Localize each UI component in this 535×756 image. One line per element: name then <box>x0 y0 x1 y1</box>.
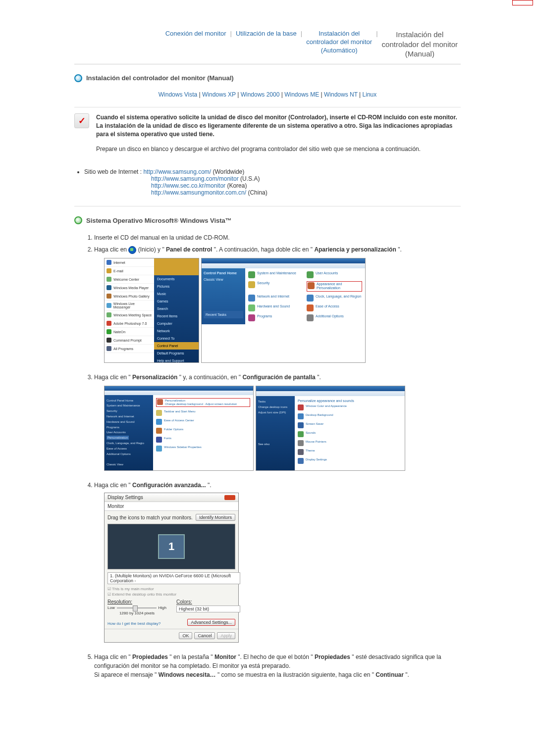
bold-text: Personalización <box>132 374 177 381</box>
screenshot-control-panel: Control Panel Home Classic View Recent T… <box>201 258 366 363</box>
check-extend-desktop[interactable]: ☑ Extend the desktop onto this monitor <box>107 592 235 597</box>
notice-box: ✓ Cuando el sistema operativo solicite l… <box>74 107 461 160</box>
check-main-monitor[interactable]: ☑ This is my main monitor <box>107 586 235 592</box>
section-title-manual: Instalación del controlador del monitor … <box>74 74 461 82</box>
tab-connection[interactable]: Conexión del monitor <box>162 30 229 38</box>
link-sec-korea[interactable]: http://www.sec.co.kr/monitor <box>151 182 225 189</box>
text: ". <box>398 246 402 253</box>
step2-screenshots: Internet E-mail Welcome Center Windows M… <box>104 258 461 363</box>
text: ". A continuación, haga doble clic en " <box>214 246 313 253</box>
screenshot-appearance: Control Panel Home System and Maintenanc… <box>104 386 254 471</box>
link-samsung-china[interactable]: http://www.samsungmonitor.com.cn/ <box>151 189 246 196</box>
steps-list-cont3: Haga clic en " Propiedades " en la pesta… <box>94 653 461 679</box>
resolution-slider[interactable]: Low High <box>107 605 166 610</box>
bold-text: Configuración avanzada... <box>132 482 206 489</box>
advanced-settings-button[interactable]: Advanced Settings... <box>187 619 235 626</box>
text: ". El hecho de que el botón " <box>238 654 313 660</box>
link-xp[interactable]: Windows XP <box>202 91 236 98</box>
slider-low: Low <box>107 605 115 610</box>
site-list: Sitio web de Internet : http://www.samsu… <box>84 168 461 196</box>
step3-screenshots: Control Panel Home System and Maintenanc… <box>104 386 461 471</box>
os-links-row: Windows Vista | Windows XP | Windows 200… <box>74 91 461 98</box>
site-lead: Sitio web de Internet : <box>84 168 142 175</box>
step-1: Inserte el CD del manual en la unidad de… <box>94 233 461 242</box>
site-suffix: (U.S.A) <box>240 175 260 182</box>
bold-text: Windows necesita… <box>159 671 216 678</box>
notice-paragraph: Prepare un disco en blanco y descargue e… <box>96 145 461 153</box>
link-2000[interactable]: Windows 2000 <box>241 91 280 98</box>
dialog-title: Display Settings <box>107 495 143 500</box>
section-title-vista: Sistema Operativo Microsoft® Windows Vis… <box>74 216 461 224</box>
text: ". <box>317 374 321 381</box>
checkmark-glyph: ✓ <box>78 115 86 126</box>
cancel-button[interactable]: Cancel <box>194 632 215 639</box>
link-linux[interactable]: Linux <box>363 91 377 98</box>
text: Haga clic en " <box>94 654 131 660</box>
tab-install-manual: Instalación del controlador del monitor … <box>379 30 461 59</box>
monitor-1-icon[interactable]: 1 <box>158 534 185 559</box>
site-suffix: (Worldwide) <box>213 168 244 175</box>
display-settings-dialog: Display Settings Monitor Drag the icons … <box>104 493 239 643</box>
text: " y, a continuación, en " <box>179 374 241 381</box>
text: Haga clic en " <box>94 482 131 489</box>
text: Haga clic en <box>94 246 128 253</box>
monitor-select[interactable]: 1. (Multiple Monitors) on NVIDIA GeForce… <box>107 572 240 584</box>
steps-list-cont: Haga clic en " Personalización " y, a co… <box>94 373 461 382</box>
section-title-text: Instalación del controlador del monitor … <box>86 74 234 82</box>
resolution-value: 1280 by 1024 pixels <box>107 611 166 615</box>
bold-text: Panel de control <box>166 246 212 253</box>
steps-list: Inserte el CD del manual en la unidad de… <box>94 233 461 254</box>
bold-text: Configuración de pantalla <box>242 374 315 381</box>
close-icon[interactable] <box>224 495 235 500</box>
steps-list-cont2: Haga clic en " Configuración avanzada...… <box>94 481 461 490</box>
link-samsung-usa[interactable]: http://www.samsung.com/monitor <box>151 175 239 182</box>
link-nt[interactable]: Windows NT <box>324 91 358 98</box>
section-title-text: Sistema Operativo Microsoft® Windows Vis… <box>86 217 232 224</box>
notice-bold-text: Cuando el sistema operativo solicite la … <box>96 114 457 138</box>
checkmark-icon: ✓ <box>74 113 89 128</box>
tab-install-auto[interactable]: Instalación del controlador del monitor … <box>303 30 375 55</box>
text: " en la pestaña " <box>169 654 213 660</box>
monitor-preview: 1 <box>107 524 235 569</box>
divider: | <box>300 30 303 37</box>
dialog-tab[interactable]: Monitor <box>105 502 238 511</box>
bold-text: Monitor <box>214 654 236 660</box>
screenshot-start-menu: Internet E-mail Welcome Center Windows M… <box>104 258 199 363</box>
help-link[interactable]: How do I get the best display? <box>107 621 160 626</box>
text: Haga clic en " <box>94 374 131 381</box>
step-3: Haga clic en " Personalización " y, a co… <box>94 373 461 382</box>
top-tabs: Conexión del monitor | Utilización de la… <box>74 30 461 64</box>
drag-hint: Drag the icons to match your monitors. <box>107 515 193 520</box>
colors-label: Colors: <box>176 599 235 605</box>
step-4: Haga clic en " Configuración avanzada...… <box>94 481 461 490</box>
site-suffix: (Korea) <box>227 182 247 189</box>
divider: | <box>229 30 233 37</box>
bold-text: Continuar <box>375 671 404 678</box>
screenshot-personalization: TasksChange desktop iconsAdjust font siz… <box>256 386 405 471</box>
separator <box>74 206 461 206</box>
start-orb-icon <box>128 246 136 254</box>
text: Si aparece el mensaje " <box>94 671 157 678</box>
text: ". <box>405 671 409 678</box>
bold-text: Apariencia y personalización <box>314 246 396 253</box>
list-item: Sitio web de Internet : http://www.samsu… <box>84 168 461 196</box>
link-vista[interactable]: Windows Vista <box>159 91 197 98</box>
text: (Inicio) y " <box>138 246 164 253</box>
bullet-icon <box>74 216 82 224</box>
divider: | <box>375 30 378 37</box>
site-suffix: (China) <box>248 189 267 196</box>
apply-button[interactable]: Apply <box>217 632 235 639</box>
step-2: Haga clic en (Inicio) y " Panel de contr… <box>94 245 461 254</box>
bold-text: Propiedades <box>132 654 168 660</box>
link-samsung-world[interactable]: http://www.samsung.com/ <box>143 168 211 175</box>
slider-high: High <box>159 605 166 610</box>
ok-button[interactable]: OK <box>179 632 192 639</box>
text: " como se muestra en la ilustración sigu… <box>217 671 374 678</box>
bold-text: Propiedades <box>315 654 350 660</box>
colors-select[interactable]: Highest (32 bit) <box>176 605 240 612</box>
tab-base[interactable]: Utilización de la base <box>233 30 300 38</box>
step-5: Haga clic en " Propiedades " en la pesta… <box>94 653 461 679</box>
resolution-label: Resolution: <box>107 599 166 605</box>
link-me[interactable]: Windows ME <box>284 91 319 98</box>
identify-monitors-button[interactable]: Identify Monitors <box>196 514 235 521</box>
